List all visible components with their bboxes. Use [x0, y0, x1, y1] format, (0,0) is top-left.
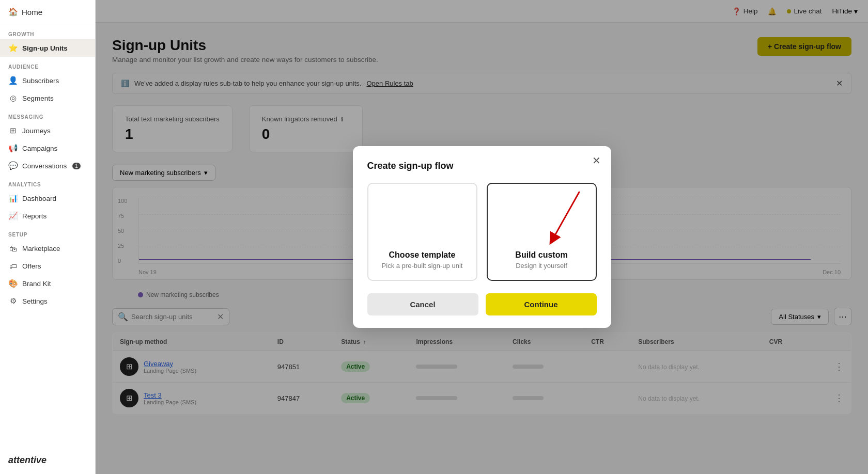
- sidebar-item-dashboard[interactable]: 📊 Dashboard: [0, 189, 95, 207]
- signup-icon: ⭐: [8, 43, 18, 53]
- sidebar-home[interactable]: 🏠 Home: [0, 0, 95, 24]
- offers-icon: 🏷: [8, 261, 18, 271]
- setup-section-label: SETUP: [0, 225, 95, 240]
- modal-footer: Cancel Continue: [367, 293, 597, 315]
- sidebar-item-segments[interactable]: ◎ Segments: [0, 89, 95, 107]
- build-custom-option[interactable]: Build custom Design it yourself: [487, 183, 597, 281]
- conversations-badge: 1: [72, 163, 81, 169]
- sidebar-item-settings[interactable]: ⚙ Settings: [0, 292, 95, 310]
- continue-button[interactable]: Continue: [486, 293, 597, 315]
- marketplace-icon: 🛍: [8, 244, 18, 253]
- sidebar-item-conversations[interactable]: 💬 Conversations 1: [0, 157, 95, 175]
- modal-title: Create sign-up flow: [367, 161, 597, 171]
- brand-kit-icon: 🎨: [8, 279, 18, 288]
- home-icon: 🏠: [8, 7, 18, 17]
- attentive-logo: attentive: [8, 455, 87, 466]
- sidebar-item-brand-kit[interactable]: 🎨 Brand Kit: [0, 275, 95, 292]
- choose-template-option[interactable]: Choose template Pick a pre-built sign-up…: [367, 183, 477, 281]
- sidebar-item-offers[interactable]: 🏷 Offers: [0, 257, 95, 275]
- choose-template-subtitle: Pick a pre-built sign-up unit: [382, 262, 463, 270]
- build-custom-title: Build custom: [515, 250, 567, 260]
- analytics-section-label: ANALYTICS: [0, 175, 95, 189]
- subscribers-icon: 👤: [8, 76, 18, 85]
- main-area: ❓ Help 🔔 Live chat HiTide ▾ Sign-up Unit…: [96, 0, 868, 474]
- conversations-icon: 💬: [8, 161, 18, 170]
- settings-icon: ⚙: [8, 296, 18, 306]
- messaging-section-label: MESSAGING: [0, 107, 95, 122]
- choose-template-title: Choose template: [389, 250, 456, 260]
- sidebar-item-journeys[interactable]: ⊞ Journeys: [0, 122, 95, 139]
- reports-icon: 📈: [8, 211, 18, 220]
- modal-options: Choose template Pick a pre-built sign-up…: [367, 183, 597, 281]
- segments-icon: ◎: [8, 93, 18, 103]
- growth-section-label: GROWTH: [0, 24, 95, 39]
- journeys-icon: ⊞: [8, 126, 18, 135]
- modal-close-button[interactable]: ✕: [592, 155, 601, 166]
- svg-line-1: [552, 192, 579, 240]
- cancel-button[interactable]: Cancel: [367, 293, 478, 315]
- modal-overlay: Create sign-up flow ✕ Choose template Pi…: [96, 0, 868, 474]
- sidebar-bottom: attentive: [0, 447, 95, 474]
- sidebar-item-subscribers[interactable]: 👤 Subscribers: [0, 72, 95, 89]
- build-custom-subtitle: Design it yourself: [516, 262, 567, 270]
- campaigns-icon: 📢: [8, 144, 18, 153]
- sidebar-item-signup-units[interactable]: ⭐ Sign-up Units: [0, 39, 95, 57]
- sidebar: 🏠 Home GROWTH ⭐ Sign-up Units AUDIENCE 👤…: [0, 0, 96, 474]
- sidebar-item-reports[interactable]: 📈 Reports: [0, 207, 95, 225]
- sidebar-item-campaigns[interactable]: 📢 Campaigns: [0, 139, 95, 157]
- create-signup-modal: Create sign-up flow ✕ Choose template Pi…: [353, 146, 611, 328]
- audience-section-label: AUDIENCE: [0, 57, 95, 72]
- sidebar-item-marketplace[interactable]: 🛍 Marketplace: [0, 240, 95, 257]
- dashboard-icon: 📊: [8, 194, 18, 203]
